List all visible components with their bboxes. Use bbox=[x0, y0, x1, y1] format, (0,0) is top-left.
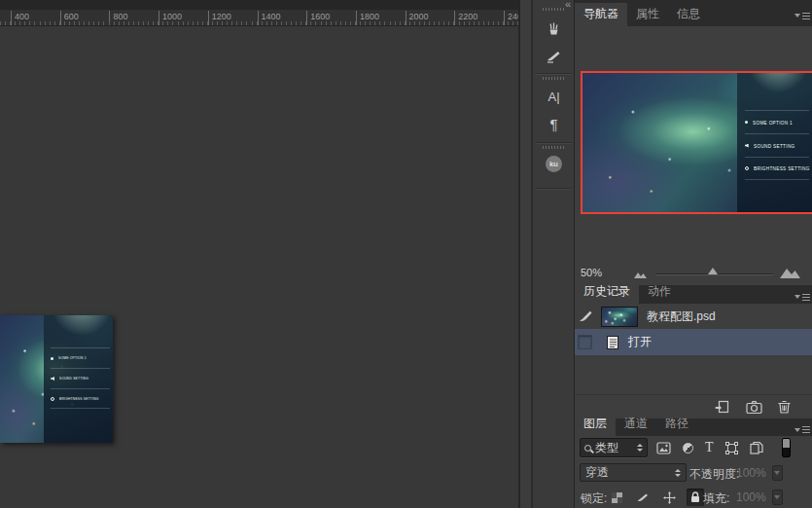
ruler-label: 400 bbox=[11, 11, 29, 25]
delete-trash-button[interactable] bbox=[778, 400, 791, 414]
fill-value: 100% bbox=[736, 490, 766, 504]
layers-panel: 类型 T bbox=[575, 436, 812, 508]
canvas-pasteboard[interactable]: SOME OPTION 1 SOUND SETTING BRIGHTNESS S… bbox=[0, 26, 518, 508]
fill-field[interactable]: 100% bbox=[736, 489, 783, 506]
brush-settings-panel-button[interactable] bbox=[533, 43, 575, 69]
filter-shape-layers-button[interactable] bbox=[725, 442, 738, 454]
lock-transparent-pixels-button[interactable] bbox=[608, 489, 625, 506]
expand-dock-button[interactable]: « bbox=[565, 0, 571, 9]
ruler-label: 1600 bbox=[306, 11, 330, 25]
brush-presets-panel-button[interactable] bbox=[533, 16, 575, 42]
menu-item-label: SOME OPTION 1 bbox=[58, 356, 87, 359]
filter-adjustment-layers-button[interactable] bbox=[683, 443, 693, 454]
menu-item-label: SOUND SETTING bbox=[59, 377, 88, 380]
character-panel-button[interactable]: A| bbox=[533, 84, 575, 110]
opacity-label: 不透明度: bbox=[689, 466, 739, 483]
panel-menu-icon[interactable] bbox=[794, 289, 810, 303]
panel-dock: 导航器 属性 信息 SOME OPTION 1 SOUND SETTING bbox=[575, 0, 812, 508]
tab-channels[interactable]: 通道 bbox=[616, 413, 656, 436]
history-brush-source-well[interactable] bbox=[577, 308, 594, 325]
panel-menu-icon[interactable] bbox=[794, 422, 810, 436]
open-document[interactable]: SOME OPTION 1 SOUND SETTING BRIGHTNESS S… bbox=[0, 315, 113, 443]
lock-label: 锁定: bbox=[581, 490, 607, 507]
opacity-field[interactable]: 100% bbox=[736, 464, 783, 482]
zoom-in-icon[interactable] bbox=[779, 267, 802, 278]
menu-item-label: SOUND SETTING bbox=[754, 143, 795, 148]
tab-properties[interactable]: 属性 bbox=[627, 3, 668, 26]
kuler-panel-button[interactable]: ku bbox=[533, 151, 575, 177]
menu-item-sound: SOUND SETTING bbox=[745, 133, 809, 157]
history-brush-icon bbox=[579, 309, 593, 323]
paragraph-panel-icon: ¶ bbox=[549, 116, 557, 132]
menu-item-brightness: BRIGHTNESS SETTING bbox=[51, 388, 110, 409]
ruler-label: 1000 bbox=[159, 11, 182, 25]
dock-grip[interactable] bbox=[543, 8, 564, 11]
horizontal-ruler[interactable]: 4006008001000120014001600180020002200240… bbox=[0, 10, 518, 26]
history-entry-open[interactable]: 打开 bbox=[575, 329, 812, 355]
canvas-area: 4006008001000120014001600180020002200240… bbox=[0, 0, 518, 508]
layer-filtering-toggle[interactable] bbox=[782, 438, 791, 457]
settings-panel-overlay: SOME OPTION 1 SOUND SETTING BRIGHTNESS S… bbox=[737, 73, 812, 212]
ruler-label: 1400 bbox=[258, 11, 281, 25]
ruler-label: 2400 bbox=[504, 11, 518, 25]
panel-menu-icon[interactable] bbox=[794, 8, 810, 21]
brush-icon bbox=[546, 49, 563, 64]
menu-item-option: SOME OPTION 1 bbox=[745, 110, 809, 133]
history-entry-snapshot[interactable]: 教程配图.psd bbox=[575, 304, 812, 329]
filter-type-layers-button[interactable]: T bbox=[705, 440, 714, 455]
navigator-panel: SOME OPTION 1 SOUND SETTING BRIGHTNESS S… bbox=[575, 26, 812, 285]
zoom-slider-thumb[interactable] bbox=[708, 268, 718, 274]
layers-tabstrip: 图层 通道 路径 bbox=[575, 418, 812, 436]
ruler-label: 1200 bbox=[208, 11, 231, 25]
search-icon bbox=[584, 445, 591, 452]
collapsed-panel-dock: « A| ¶ ku bbox=[533, 0, 575, 508]
menu-item-label: BRIGHTNESS SETTING bbox=[59, 397, 99, 400]
opacity-value: 100% bbox=[736, 466, 766, 480]
ruler-label: 2000 bbox=[406, 11, 429, 25]
lock-image-pixels-button[interactable] bbox=[634, 489, 652, 506]
history-tabstrip: 历史记录 动作 bbox=[575, 285, 812, 304]
navigator-preview[interactable]: SOME OPTION 1 SOUND SETTING BRIGHTNESS S… bbox=[581, 71, 812, 214]
snapshot-thumbnail bbox=[601, 307, 638, 327]
photoshop-window: 4006008001000120014001600180020002200240… bbox=[0, 0, 812, 508]
tab-info[interactable]: 信息 bbox=[668, 3, 709, 26]
history-entry-label: 教程配图.psd bbox=[647, 308, 716, 325]
dock-grip[interactable] bbox=[543, 146, 564, 149]
opacity-dropdown-arrow[interactable] bbox=[772, 465, 783, 481]
fill-dropdown-arrow[interactable] bbox=[772, 490, 783, 505]
tab-actions[interactable]: 动作 bbox=[639, 280, 680, 304]
lock-all-button[interactable] bbox=[687, 489, 704, 506]
option-dot-icon bbox=[745, 121, 748, 124]
open-step-icon bbox=[606, 335, 619, 350]
lock-row: 锁定: bbox=[575, 487, 812, 508]
tab-paths[interactable]: 路径 bbox=[656, 413, 697, 436]
tab-history[interactable]: 历史记录 bbox=[575, 280, 639, 304]
zoom-slider-track[interactable] bbox=[656, 273, 773, 275]
ruler-label: 600 bbox=[60, 11, 79, 25]
dock-grip[interactable] bbox=[543, 77, 564, 80]
filter-type-label: 类型 bbox=[595, 440, 618, 456]
sound-icon bbox=[745, 144, 749, 148]
history-checkbox-well[interactable] bbox=[578, 335, 592, 349]
fill-label: 填充: bbox=[703, 490, 729, 507]
filter-pixel-layers-button[interactable] bbox=[656, 442, 671, 454]
brightness-icon bbox=[51, 397, 54, 401]
tab-navigator[interactable]: 导航器 bbox=[575, 3, 627, 26]
canvas-scrollbar-strip[interactable] bbox=[518, 0, 533, 508]
menu-item-option: SOME OPTION 1 bbox=[51, 347, 110, 368]
zoom-out-icon[interactable] bbox=[633, 271, 649, 278]
menu-item-label: BRIGHTNESS SETTING bbox=[754, 166, 810, 171]
filter-smart-objects-button[interactable] bbox=[750, 441, 763, 454]
paragraph-panel-button[interactable]: ¶ bbox=[533, 111, 575, 137]
lock-position-button[interactable] bbox=[660, 489, 678, 506]
option-dot-icon bbox=[51, 357, 53, 360]
new-snapshot-camera-button[interactable] bbox=[746, 401, 762, 414]
brightness-icon bbox=[745, 166, 749, 170]
blend-mode-value: 穿透 bbox=[585, 464, 609, 481]
new-document-from-state-button[interactable] bbox=[715, 400, 730, 414]
window-top-strip bbox=[0, 0, 518, 10]
filter-type-dropdown[interactable]: 类型 bbox=[580, 438, 648, 457]
blend-mode-dropdown[interactable]: 穿透 bbox=[580, 463, 687, 482]
tab-layers[interactable]: 图层 bbox=[575, 413, 616, 436]
zoom-value-field[interactable]: 50% bbox=[581, 267, 602, 278]
